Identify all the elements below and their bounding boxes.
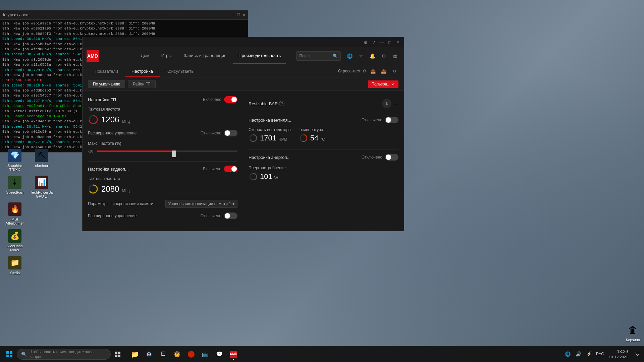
desktop-icon-label-sapphire: Sapphire TRIXX <box>4 164 25 172</box>
taskbar-app-app2[interactable]: 📺 <box>199 348 212 361</box>
taskbar-app-app3[interactable]: 💬 <box>213 348 226 361</box>
battery-icon[interactable]: ⚡ <box>585 350 593 358</box>
desktop-icon-nicehash[interactable]: 💰 NiceHash Miner <box>3 228 27 253</box>
fan-speed-unit: RPM <box>278 137 287 142</box>
taskbar-app-app1[interactable] <box>184 348 198 361</box>
gpu-max-freq-container: Макс. частота (%) -10 <box>88 141 237 155</box>
taskbar-app-epic[interactable]: E <box>156 348 170 361</box>
taskbar-app-amd[interactable]: AMD <box>227 348 240 361</box>
section-divider <box>88 161 237 162</box>
fan-settings-status: Отключено <box>362 118 382 122</box>
tab-metrics[interactable]: Показатели <box>88 66 125 77</box>
video-clock-gauge <box>88 184 99 194</box>
info-icon[interactable]: ? <box>279 101 284 106</box>
taskbar-right: 🌐 🔊 ⚡ РУС 13:29 01.12.2021 🗨 <box>564 349 641 360</box>
taskbar-app-steam[interactable] <box>142 348 156 361</box>
minimize-icon[interactable]: — <box>378 39 385 46</box>
reset-icon[interactable]: ↺ <box>390 67 398 75</box>
taskbar-app-taskview[interactable] <box>111 348 125 361</box>
gpu-slider[interactable] <box>97 148 237 155</box>
terminal-line: Eth: New job #9b1a99cb from eth-eu.krypt… <box>2 21 246 26</box>
terminal-minimize[interactable]: — <box>232 12 235 18</box>
terminal-close[interactable]: ✕ <box>243 12 245 18</box>
tab-settings[interactable]: Настройка <box>125 66 160 77</box>
svg-point-20 <box>148 354 150 355</box>
memory-sync-value: Уровень синхронизации памяти 1 <box>168 201 231 206</box>
video-clock-unit: МГц <box>122 188 129 193</box>
fan-settings-toggle[interactable] <box>385 117 398 123</box>
close-icon[interactable]: ✕ <box>394 39 401 46</box>
search-input[interactable] <box>299 54 333 58</box>
nav-item-performance[interactable]: Производительность <box>233 48 286 64</box>
taskbar-search[interactable]: 🔍 Чтобы начать поиск, введите здесь запр… <box>17 349 111 360</box>
settings-icon[interactable]: ⚙ <box>362 39 369 46</box>
nav-item-games[interactable]: Игры <box>156 48 177 64</box>
desktop-icon-nbminer[interactable]: ⛏ nbminer <box>30 147 54 173</box>
taskbar-app-explorer[interactable]: 📁 <box>128 348 142 361</box>
amd-tabbar: Показатели Настройка Консультанты Стресс… <box>83 64 404 77</box>
nav-item-streaming[interactable]: Запись и трансляция <box>178 48 232 64</box>
gpu-settings-toggle[interactable] <box>224 96 237 103</box>
forward-button[interactable]: → <box>115 51 125 61</box>
default-profile-button[interactable]: По умолчанию <box>88 80 125 88</box>
video-settings-toggle[interactable] <box>224 166 237 172</box>
taskbar-clock[interactable]: 13:29 01.12.2021 <box>607 349 631 360</box>
terminal-controls: — □ ✕ <box>232 12 245 18</box>
desktop-icon-gpuz[interactable]: 📊 TechPowerUp GPU-Z <box>30 174 54 200</box>
app2-icon: 📺 <box>202 351 209 357</box>
star-icon[interactable]: ☆ <box>356 51 366 61</box>
video-settings-header: Настройка видеоп... Включено <box>88 166 237 172</box>
power-settings-status: Отключено <box>362 155 382 160</box>
memory-sync-dropdown[interactable]: Уровень синхронизации памяти 1 ▾ <box>165 200 237 208</box>
desktop-icon-trash[interactable]: 🗑 Корзина <box>626 323 640 342</box>
bell-icon[interactable]: 🔔 <box>368 51 377 61</box>
taskbar-app-rdr2[interactable]: 🤠 <box>170 348 184 361</box>
gpu-clock-display: 1206 МГц <box>88 114 237 125</box>
notifications-icon[interactable]: 🗨 <box>633 350 641 358</box>
help-icon[interactable]: ? <box>370 39 377 46</box>
globe-icon[interactable]: 🌐 <box>345 51 354 61</box>
power-unit: W <box>274 176 278 180</box>
amd-search-bar[interactable]: 🔍 <box>296 51 341 61</box>
import-icon[interactable]: 📥 <box>380 67 388 75</box>
stress-test-icon: ⚙ <box>363 69 366 73</box>
export-icon[interactable]: 📤 <box>369 67 377 75</box>
layout-icon[interactable]: ▦ <box>390 51 400 61</box>
volume-icon[interactable]: 🔊 <box>575 350 583 358</box>
terminal-maximize[interactable]: □ <box>237 12 240 18</box>
power-consumption-row: Энергопотребление 101 W <box>249 165 398 181</box>
region-profile-button[interactable]: Район ГП <box>128 80 156 88</box>
tab-consultants[interactable]: Консультанты <box>160 66 201 77</box>
amd-tabs: Показатели Настройка Консультанты <box>88 66 201 77</box>
network-icon[interactable]: 🌐 <box>564 350 572 358</box>
desktop-icon-sapphire[interactable]: 💎 Sapphire TRIXX <box>3 147 27 173</box>
user-profile-button[interactable]: Пользов... ✓ <box>368 80 398 88</box>
gpu-slider-thumb[interactable] <box>172 150 176 157</box>
gpu-advanced-toggle[interactable] <box>224 130 237 136</box>
back-button[interactable]: ← <box>103 51 113 61</box>
stress-test-button[interactable]: Стресс-тест ⚙ <box>338 69 366 73</box>
temp-unit: °C <box>320 137 325 142</box>
gpu-advanced-row: Расширенное управление Отключено <box>88 128 237 138</box>
windows-logo-icon <box>6 351 12 357</box>
desktop-icon-area: 💎 Sapphire TRIXX ⛏ nbminer 🌡 SpeedFan 📊 … <box>3 147 54 276</box>
gpu-slider-fill <box>97 150 174 152</box>
desktop-icon-label-speedfan: SpeedFan <box>6 190 23 194</box>
desktop-icon-afterburner[interactable]: 🔥 MSI Afterburner <box>3 201 27 227</box>
desktop-icon-study[interactable]: 📁 Учеба <box>3 255 27 276</box>
video-advanced-toggle[interactable] <box>224 213 237 219</box>
amd-content: Настройка ГП Включено Тактовая частота <box>83 91 404 231</box>
desktop-icon-label-gpuz: TechPowerUp GPU-Z <box>30 190 53 198</box>
nav-item-home[interactable]: Дом <box>136 48 155 64</box>
taskbar-search-text: Чтобы начать поиск, введите здесь запрос <box>30 350 106 359</box>
amd-taskbar-icon: AMD <box>230 351 237 358</box>
gear-icon[interactable]: ⚙ <box>379 51 388 61</box>
language-indicator[interactable]: РУС <box>596 352 604 356</box>
power-value-row: 101 W <box>249 172 398 181</box>
maximize-icon[interactable]: □ <box>386 39 393 46</box>
desktop-icon-speedfan[interactable]: 🌡 SpeedFan <box>3 174 27 200</box>
power-settings-toggle[interactable] <box>385 154 398 161</box>
start-button[interactable] <box>3 348 16 361</box>
download-icon[interactable]: ⬇ <box>382 99 391 108</box>
gpu-settings-title: Настройка ГП <box>88 97 116 102</box>
